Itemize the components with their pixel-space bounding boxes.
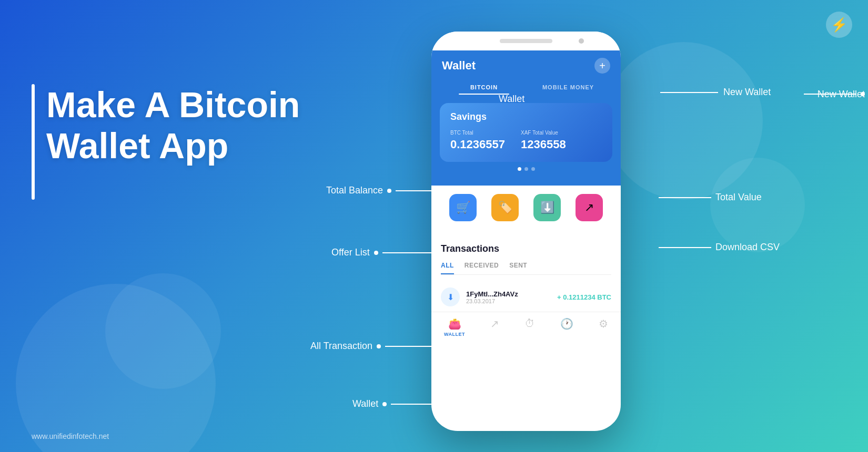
bottom-nav: 👛 WALLET ↗ ⏱ 🕐 ⚙	[431, 312, 621, 341]
nav-wallet-label: WALLET	[444, 332, 465, 337]
history-nav-icon: ⏱	[524, 317, 535, 330]
xaf-total-label: XAF Total Value	[521, 130, 566, 136]
notch-pill	[500, 39, 552, 43]
at-dot	[377, 344, 381, 348]
tx-address: 1FyMtI...Zh4AVz	[466, 290, 551, 298]
wb-line	[391, 404, 438, 405]
nw-label: New Wallet	[723, 87, 771, 98]
tab-sent[interactable]: SENT	[509, 262, 527, 274]
phone-frame: Wallet + BITCOIN MOBILE MONEY Savings BT…	[431, 32, 621, 431]
tx-download-icon: ⬇	[441, 287, 460, 306]
title-line2: Wallet App	[46, 126, 228, 166]
wallet-nav-icon: 👛	[448, 317, 461, 330]
website-text: www.unifiedinfotech.net	[32, 432, 109, 440]
total-value-annotation: Total Value	[659, 192, 762, 203]
nav-settings[interactable]: ⚙	[599, 317, 608, 337]
new-wallet-button[interactable]: +	[594, 58, 610, 74]
tab-mobile-money[interactable]: MOBILE MONEY	[526, 80, 610, 95]
notch-camera	[579, 38, 584, 44]
nw-line	[660, 92, 718, 93]
wallet-bottom-label: Wallet	[352, 398, 378, 409]
clock-nav-icon: 🕐	[560, 317, 573, 330]
app-header-top: Wallet +	[442, 58, 610, 74]
all-transaction-annotation: All Transaction	[310, 341, 432, 352]
tab-bitcoin[interactable]: BITCOIN	[442, 80, 526, 95]
wallet-bottom-annotation: Wallet	[352, 398, 438, 409]
app-wallet-title: Wallet	[442, 59, 476, 73]
transactions-title: Transactions	[441, 243, 611, 254]
savings-card: Savings BTC Total 0.1236557 XAF Total Va…	[440, 103, 612, 162]
ann-gap	[528, 99, 529, 100]
wallet-annotation-label: Wallet	[499, 94, 524, 105]
wallet-annotation: Wallet	[499, 94, 529, 105]
total-balance-annotation: Total Balance	[326, 185, 448, 196]
new-wallet-annotation: New Wallet	[804, 92, 865, 96]
dc-line	[659, 247, 711, 248]
total-balance-label: Total Balance	[326, 185, 383, 196]
wallet-tabs: BITCOIN MOBILE MONEY	[442, 80, 610, 95]
phone-mockup: Wallet + BITCOIN MOBILE MONEY Savings BT…	[431, 32, 621, 431]
tag-button[interactable]: 🏷️	[491, 194, 519, 221]
card-dot-1	[518, 167, 521, 171]
savings-card-title: Savings	[450, 111, 602, 122]
transaction-tabs: ALL RECEIVED SENT	[441, 262, 611, 275]
transactions-section: Transactions ALL RECEIVED SENT ⬇ 1FyMtI.…	[431, 234, 621, 312]
logo-icon: ⚡	[826, 12, 852, 38]
ol-dot	[374, 251, 378, 255]
tb-line	[396, 190, 448, 191]
tab-received[interactable]: RECEIVED	[465, 262, 499, 274]
savings-values: BTC Total 0.1236557 XAF Total Value 1236…	[450, 130, 602, 151]
wb-dot	[382, 402, 387, 406]
nav-wallet[interactable]: 👛 WALLET	[444, 317, 465, 337]
title-line1: Make A Bitcoin	[46, 85, 300, 125]
offer-list-label: Offer List	[331, 247, 370, 258]
all-transaction-label: All Transaction	[310, 341, 372, 352]
transaction-row: ⬇ 1FyMtI...Zh4AVz 23.03.2017 + 0.1211234…	[441, 282, 611, 312]
card-dot-2	[524, 167, 528, 171]
decorative-circle-2	[105, 273, 221, 389]
download-csv-annotation: Download CSV	[659, 242, 780, 253]
xaf-total-value: 1236558	[521, 138, 566, 151]
new-wallet-ann-right: New Wallet	[660, 87, 771, 98]
card-dot-3	[531, 167, 535, 171]
tx-amount: + 0.1211234 BTC	[557, 293, 611, 301]
app-header: Wallet + BITCOIN MOBILE MONEY	[431, 50, 621, 95]
download-csv-button[interactable]: ⬇️	[533, 194, 561, 221]
tx-info: 1FyMtI...Zh4AVz 23.03.2017	[466, 290, 551, 304]
tx-date: 23.03.2017	[466, 298, 551, 304]
download-csv-label: Download CSV	[715, 242, 780, 253]
decorative-circle-4	[710, 158, 805, 252]
tb-dot	[387, 189, 391, 193]
tab-all[interactable]: ALL	[441, 262, 454, 274]
ol-line	[382, 252, 435, 253]
app-blue-section: Savings BTC Total 0.1236557 XAF Total Va…	[431, 95, 621, 186]
nav-history[interactable]: ⏱	[524, 317, 535, 337]
card-dots	[440, 167, 612, 171]
xaf-total-col: XAF Total Value 1236558	[521, 130, 566, 151]
new-wallet-label: New Wallet	[817, 89, 865, 100]
offer-list-button[interactable]: 🛒	[449, 194, 477, 221]
accent-bar	[32, 84, 35, 200]
left-content: Make A Bitcoin Wallet App	[32, 84, 300, 166]
nav-send[interactable]: ↗	[490, 317, 499, 337]
at-line	[385, 346, 432, 347]
nav-clock[interactable]: 🕐	[560, 317, 573, 337]
send-nav-icon: ↗	[490, 317, 499, 330]
share-button[interactable]: ↗	[576, 194, 603, 221]
offer-list-annotation: Offer List	[331, 247, 435, 258]
main-title: Make A Bitcoin Wallet App	[32, 84, 300, 166]
total-value-label: Total Value	[715, 192, 762, 203]
phone-notch-bar	[431, 32, 621, 50]
btc-total-value: 0.1236557	[450, 138, 505, 151]
tv-line	[659, 197, 711, 198]
settings-nav-icon: ⚙	[599, 317, 608, 330]
action-bar: 🛒 🏷️ ⬇️ ↗	[431, 186, 621, 230]
btc-total-col: BTC Total 0.1236557	[450, 130, 505, 151]
btc-total-label: BTC Total	[450, 130, 505, 136]
